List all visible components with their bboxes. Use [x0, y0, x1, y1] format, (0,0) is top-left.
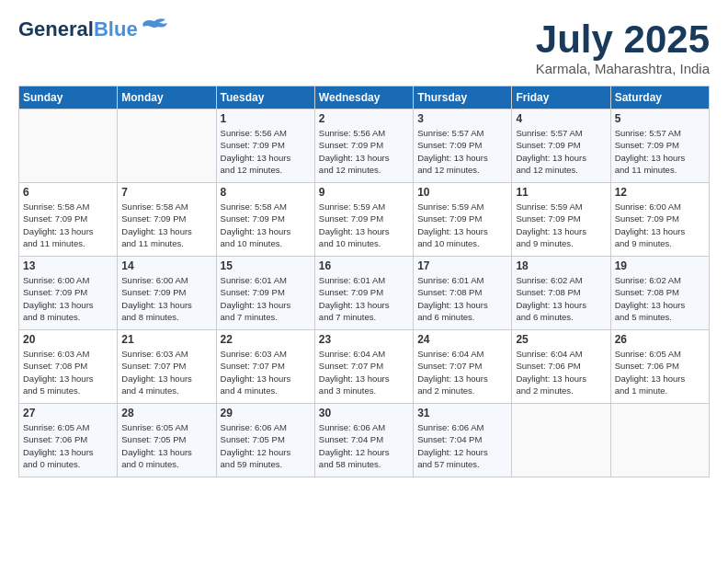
day-number: 8 — [221, 186, 311, 199]
day-number: 16 — [319, 259, 409, 272]
day-info: Sunrise: 6:05 AM Sunset: 7:06 PM Dayligh… — [615, 348, 705, 396]
day-number: 18 — [516, 259, 606, 272]
day-number: 2 — [319, 112, 409, 125]
day-info: Sunrise: 5:56 AM Sunset: 7:09 PM Dayligh… — [221, 127, 311, 176]
day-number: 23 — [319, 333, 409, 346]
day-number: 6 — [23, 186, 113, 199]
week-row-5: 27Sunrise: 6:05 AM Sunset: 7:06 PM Dayli… — [19, 404, 710, 477]
day-number: 9 — [319, 186, 409, 199]
day-number: 13 — [23, 259, 113, 272]
day-number: 11 — [516, 186, 606, 199]
weekday-header-monday: Monday — [118, 86, 216, 109]
calendar-cell: 23Sunrise: 6:04 AM Sunset: 7:07 PM Dayli… — [314, 330, 413, 404]
calendar-cell: 11Sunrise: 5:59 AM Sunset: 7:09 PM Dayli… — [512, 183, 610, 257]
month-title: July 2025 — [536, 18, 710, 61]
calendar-cell: 3Sunrise: 5:57 AM Sunset: 7:09 PM Daylig… — [414, 109, 512, 183]
day-info: Sunrise: 6:00 AM Sunset: 7:09 PM Dayligh… — [615, 201, 705, 249]
logo: GeneralBlue — [18, 18, 169, 40]
day-info: Sunrise: 5:57 AM Sunset: 7:09 PM Dayligh… — [615, 127, 705, 176]
day-info: Sunrise: 5:58 AM Sunset: 7:09 PM Dayligh… — [221, 201, 311, 249]
day-number: 22 — [221, 333, 311, 346]
day-info: Sunrise: 6:03 AM Sunset: 7:07 PM Dayligh… — [121, 348, 211, 396]
day-number: 5 — [615, 112, 705, 125]
calendar-cell — [118, 109, 216, 183]
weekday-header-sunday: Sunday — [19, 86, 118, 109]
week-row-1: 1Sunrise: 5:56 AM Sunset: 7:09 PM Daylig… — [19, 109, 710, 183]
day-number: 7 — [121, 186, 211, 199]
calendar-cell — [512, 404, 610, 477]
calendar-cell: 1Sunrise: 5:56 AM Sunset: 7:09 PM Daylig… — [216, 109, 314, 183]
day-info: Sunrise: 6:00 AM Sunset: 7:09 PM Dayligh… — [121, 274, 211, 323]
calendar-cell: 21Sunrise: 6:03 AM Sunset: 7:07 PM Dayli… — [118, 330, 216, 404]
calendar-cell: 16Sunrise: 6:01 AM Sunset: 7:09 PM Dayli… — [314, 257, 413, 330]
day-info: Sunrise: 6:05 AM Sunset: 7:05 PM Dayligh… — [121, 421, 211, 470]
calendar-cell: 29Sunrise: 6:06 AM Sunset: 7:05 PM Dayli… — [216, 404, 314, 477]
calendar-cell: 17Sunrise: 6:01 AM Sunset: 7:08 PM Dayli… — [414, 257, 512, 330]
day-number: 30 — [319, 407, 409, 419]
day-info: Sunrise: 6:01 AM Sunset: 7:09 PM Dayligh… — [319, 274, 409, 323]
week-row-4: 20Sunrise: 6:03 AM Sunset: 7:08 PM Dayli… — [19, 330, 710, 404]
calendar-cell: 24Sunrise: 6:04 AM Sunset: 7:07 PM Dayli… — [414, 330, 512, 404]
day-number: 4 — [516, 112, 606, 125]
calendar-cell: 13Sunrise: 6:00 AM Sunset: 7:09 PM Dayli… — [19, 257, 118, 330]
day-number: 26 — [615, 333, 705, 346]
calendar-cell: 27Sunrise: 6:05 AM Sunset: 7:06 PM Dayli… — [19, 404, 118, 477]
day-info: Sunrise: 6:05 AM Sunset: 7:06 PM Dayligh… — [23, 421, 113, 470]
day-number: 27 — [23, 407, 113, 419]
day-info: Sunrise: 6:03 AM Sunset: 7:07 PM Dayligh… — [221, 348, 311, 396]
calendar-cell: 25Sunrise: 6:04 AM Sunset: 7:06 PM Dayli… — [512, 330, 610, 404]
calendar-cell — [610, 404, 709, 477]
calendar-cell: 31Sunrise: 6:06 AM Sunset: 7:04 PM Dayli… — [414, 404, 512, 477]
logo-blue: Blue — [94, 17, 138, 40]
calendar-cell: 15Sunrise: 6:01 AM Sunset: 7:09 PM Dayli… — [216, 257, 314, 330]
day-info: Sunrise: 6:01 AM Sunset: 7:09 PM Dayligh… — [221, 274, 311, 323]
day-info: Sunrise: 6:00 AM Sunset: 7:09 PM Dayligh… — [23, 274, 113, 323]
logo-bird-icon — [140, 17, 169, 38]
day-info: Sunrise: 6:06 AM Sunset: 7:05 PM Dayligh… — [221, 421, 311, 470]
day-number: 10 — [417, 186, 507, 199]
day-info: Sunrise: 5:58 AM Sunset: 7:09 PM Dayligh… — [121, 201, 211, 249]
calendar-cell: 20Sunrise: 6:03 AM Sunset: 7:08 PM Dayli… — [19, 330, 118, 404]
calendar-cell: 14Sunrise: 6:00 AM Sunset: 7:09 PM Dayli… — [118, 257, 216, 330]
calendar-cell: 6Sunrise: 5:58 AM Sunset: 7:09 PM Daylig… — [19, 183, 118, 257]
day-number: 1 — [221, 112, 311, 125]
day-info: Sunrise: 5:57 AM Sunset: 7:09 PM Dayligh… — [516, 127, 606, 176]
day-number: 3 — [417, 112, 507, 125]
day-number: 24 — [417, 333, 507, 346]
calendar-cell: 10Sunrise: 5:59 AM Sunset: 7:09 PM Dayli… — [414, 183, 512, 257]
day-info: Sunrise: 6:04 AM Sunset: 7:07 PM Dayligh… — [319, 348, 409, 396]
day-number: 31 — [417, 407, 507, 419]
weekday-header-friday: Friday — [512, 86, 610, 109]
day-info: Sunrise: 5:59 AM Sunset: 7:09 PM Dayligh… — [319, 201, 409, 249]
weekday-header-row: SundayMondayTuesdayWednesdayThursdayFrid… — [19, 86, 710, 109]
day-info: Sunrise: 6:06 AM Sunset: 7:04 PM Dayligh… — [319, 421, 409, 470]
day-number: 21 — [121, 333, 211, 346]
weekday-header-tuesday: Tuesday — [216, 86, 314, 109]
weekday-header-thursday: Thursday — [414, 86, 512, 109]
page-header: GeneralBlue July 2025 Karmala, Maharasht… — [18, 18, 710, 76]
calendar-cell: 12Sunrise: 6:00 AM Sunset: 7:09 PM Dayli… — [610, 183, 709, 257]
day-number: 15 — [221, 259, 311, 272]
week-row-3: 13Sunrise: 6:00 AM Sunset: 7:09 PM Dayli… — [19, 257, 710, 330]
day-info: Sunrise: 6:04 AM Sunset: 7:06 PM Dayligh… — [516, 348, 606, 396]
day-number: 29 — [221, 407, 311, 419]
calendar-cell: 30Sunrise: 6:06 AM Sunset: 7:04 PM Dayli… — [314, 404, 413, 477]
calendar-cell: 4Sunrise: 5:57 AM Sunset: 7:09 PM Daylig… — [512, 109, 610, 183]
day-number: 14 — [121, 259, 211, 272]
day-number: 28 — [121, 407, 211, 419]
calendar-cell: 5Sunrise: 5:57 AM Sunset: 7:09 PM Daylig… — [610, 109, 709, 183]
day-info: Sunrise: 5:58 AM Sunset: 7:09 PM Dayligh… — [23, 201, 113, 249]
calendar-cell: 22Sunrise: 6:03 AM Sunset: 7:07 PM Dayli… — [216, 330, 314, 404]
weekday-header-wednesday: Wednesday — [314, 86, 413, 109]
day-number: 25 — [516, 333, 606, 346]
calendar-cell: 9Sunrise: 5:59 AM Sunset: 7:09 PM Daylig… — [314, 183, 413, 257]
calendar-cell: 2Sunrise: 5:56 AM Sunset: 7:09 PM Daylig… — [314, 109, 413, 183]
calendar-cell: 26Sunrise: 6:05 AM Sunset: 7:06 PM Dayli… — [610, 330, 709, 404]
title-block: July 2025 Karmala, Maharashtra, India — [536, 18, 710, 76]
day-number: 12 — [615, 186, 705, 199]
logo-general: General — [18, 17, 94, 40]
calendar-cell: 7Sunrise: 5:58 AM Sunset: 7:09 PM Daylig… — [118, 183, 216, 257]
day-info: Sunrise: 6:01 AM Sunset: 7:08 PM Dayligh… — [417, 274, 507, 323]
day-info: Sunrise: 5:59 AM Sunset: 7:09 PM Dayligh… — [417, 201, 507, 249]
calendar-cell: 8Sunrise: 5:58 AM Sunset: 7:09 PM Daylig… — [216, 183, 314, 257]
